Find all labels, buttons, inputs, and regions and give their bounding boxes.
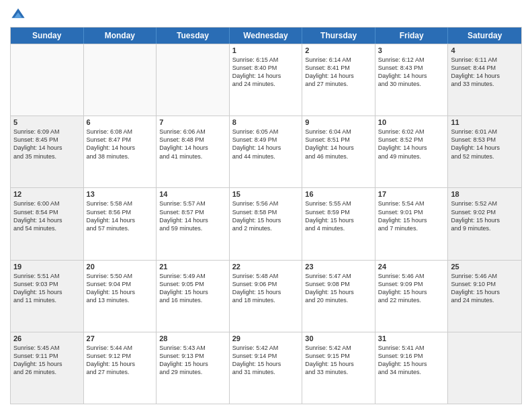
day-number: 30 — [305, 334, 372, 342]
cell-text: Sunrise: 6:11 AM Sunset: 8:44 PM Dayligh… — [451, 56, 519, 89]
day-number: 11 — [451, 118, 519, 126]
cell-text: Sunrise: 6:14 AM Sunset: 8:41 PM Dayligh… — [305, 56, 372, 89]
calendar-cell-16: 16Sunrise: 5:55 AM Sunset: 8:59 PM Dayli… — [302, 188, 375, 259]
cell-text: Sunrise: 6:05 AM Sunset: 8:49 PM Dayligh… — [232, 128, 300, 161]
logo-icon — [10, 7, 26, 23]
calendar-cell-18: 18Sunrise: 5:52 AM Sunset: 9:02 PM Dayli… — [448, 188, 521, 259]
calendar-cell-22: 22Sunrise: 5:48 AM Sunset: 9:06 PM Dayli… — [230, 261, 303, 332]
cell-text: Sunrise: 5:50 AM Sunset: 9:04 PM Dayligh… — [87, 272, 154, 305]
calendar-cell-7: 7Sunrise: 6:06 AM Sunset: 8:48 PM Daylig… — [157, 116, 230, 187]
calendar-cell-12: 12Sunrise: 6:00 AM Sunset: 8:54 PM Dayli… — [11, 188, 84, 259]
cell-text: Sunrise: 5:45 AM Sunset: 9:11 PM Dayligh… — [13, 344, 81, 377]
cell-text: Sunrise: 6:04 AM Sunset: 8:51 PM Dayligh… — [305, 128, 372, 161]
cell-text: Sunrise: 5:58 AM Sunset: 8:56 PM Dayligh… — [87, 199, 154, 232]
header-day-saturday: Saturday — [448, 28, 521, 44]
cell-text: Sunrise: 5:55 AM Sunset: 8:59 PM Dayligh… — [305, 199, 372, 232]
calendar-cell-11: 11Sunrise: 6:01 AM Sunset: 8:53 PM Dayli… — [448, 116, 521, 187]
day-number: 7 — [159, 118, 226, 126]
calendar-row-0: 1Sunrise: 6:15 AM Sunset: 8:40 PM Daylig… — [11, 44, 521, 116]
day-number: 15 — [232, 190, 300, 198]
cell-text: Sunrise: 5:44 AM Sunset: 9:12 PM Dayligh… — [87, 344, 154, 377]
day-number: 1 — [232, 46, 300, 54]
header-day-thursday: Thursday — [302, 28, 375, 44]
cell-text: Sunrise: 6:15 AM Sunset: 8:40 PM Dayligh… — [232, 56, 300, 89]
calendar-row-2: 12Sunrise: 6:00 AM Sunset: 8:54 PM Dayli… — [11, 187, 521, 259]
day-number: 8 — [232, 118, 300, 126]
header-day-monday: Monday — [84, 28, 157, 44]
calendar-cell-29: 29Sunrise: 5:42 AM Sunset: 9:14 PM Dayli… — [230, 332, 303, 404]
calendar-cell-10: 10Sunrise: 6:02 AM Sunset: 8:52 PM Dayli… — [375, 116, 449, 187]
calendar-row-1: 5Sunrise: 6:09 AM Sunset: 8:45 PM Daylig… — [11, 116, 521, 187]
cell-text: Sunrise: 5:51 AM Sunset: 9:03 PM Dayligh… — [13, 272, 81, 305]
header-day-sunday: Sunday — [11, 28, 84, 44]
calendar-cell-empty — [84, 44, 157, 116]
cell-text: Sunrise: 5:54 AM Sunset: 9:01 PM Dayligh… — [378, 199, 445, 232]
cell-text: Sunrise: 5:41 AM Sunset: 9:16 PM Dayligh… — [378, 344, 445, 377]
day-number: 21 — [159, 263, 226, 271]
calendar-cell-23: 23Sunrise: 5:47 AM Sunset: 9:08 PM Dayli… — [302, 261, 375, 332]
day-number: 29 — [232, 334, 300, 342]
calendar-cell-27: 27Sunrise: 5:44 AM Sunset: 9:12 PM Dayli… — [84, 332, 157, 404]
cell-text: Sunrise: 5:42 AM Sunset: 9:14 PM Dayligh… — [232, 344, 300, 377]
day-number: 12 — [13, 190, 81, 198]
day-number: 16 — [305, 190, 372, 198]
cell-text: Sunrise: 6:12 AM Sunset: 8:43 PM Dayligh… — [378, 56, 445, 89]
calendar-cell-4: 4Sunrise: 6:11 AM Sunset: 8:44 PM Daylig… — [448, 44, 521, 116]
calendar-cell-empty — [157, 44, 230, 116]
day-number: 5 — [13, 118, 81, 126]
day-number: 28 — [159, 334, 226, 342]
day-number: 24 — [378, 263, 445, 271]
calendar: SundayMondayTuesdayWednesdayThursdayFrid… — [10, 27, 522, 404]
calendar-cell-6: 6Sunrise: 6:08 AM Sunset: 8:47 PM Daylig… — [84, 116, 157, 187]
calendar-cell-8: 8Sunrise: 6:05 AM Sunset: 8:49 PM Daylig… — [230, 116, 303, 187]
calendar-header: SundayMondayTuesdayWednesdayThursdayFrid… — [11, 28, 521, 44]
cell-text: Sunrise: 5:48 AM Sunset: 9:06 PM Dayligh… — [232, 272, 300, 305]
day-number: 3 — [378, 46, 445, 54]
calendar-cell-2: 2Sunrise: 6:14 AM Sunset: 8:41 PM Daylig… — [302, 44, 375, 116]
calendar-cell-20: 20Sunrise: 5:50 AM Sunset: 9:04 PM Dayli… — [84, 261, 157, 332]
day-number: 25 — [451, 263, 519, 271]
calendar-cell-24: 24Sunrise: 5:46 AM Sunset: 9:09 PM Dayli… — [375, 261, 449, 332]
cell-text: Sunrise: 5:46 AM Sunset: 9:10 PM Dayligh… — [451, 272, 519, 305]
header-day-friday: Friday — [375, 28, 449, 44]
calendar-cell-13: 13Sunrise: 5:58 AM Sunset: 8:56 PM Dayli… — [84, 188, 157, 259]
calendar-row-4: 26Sunrise: 5:45 AM Sunset: 9:11 PM Dayli… — [11, 332, 521, 404]
calendar-row-3: 19Sunrise: 5:51 AM Sunset: 9:03 PM Dayli… — [11, 260, 521, 332]
day-number: 2 — [305, 46, 372, 54]
header — [10, 7, 522, 23]
header-day-wednesday: Wednesday — [230, 28, 303, 44]
day-number: 22 — [232, 263, 300, 271]
day-number: 10 — [378, 118, 445, 126]
day-number: 19 — [13, 263, 81, 271]
cell-text: Sunrise: 5:56 AM Sunset: 8:58 PM Dayligh… — [232, 199, 300, 232]
calendar-cell-14: 14Sunrise: 5:57 AM Sunset: 8:57 PM Dayli… — [157, 188, 230, 259]
calendar-cell-19: 19Sunrise: 5:51 AM Sunset: 9:03 PM Dayli… — [11, 261, 84, 332]
calendar-cell-30: 30Sunrise: 5:42 AM Sunset: 9:15 PM Dayli… — [302, 332, 375, 404]
cell-text: Sunrise: 5:42 AM Sunset: 9:15 PM Dayligh… — [305, 344, 372, 377]
cell-text: Sunrise: 5:57 AM Sunset: 8:57 PM Dayligh… — [159, 199, 226, 232]
day-number: 14 — [159, 190, 226, 198]
calendar-cell-17: 17Sunrise: 5:54 AM Sunset: 9:01 PM Dayli… — [375, 188, 449, 259]
page: SundayMondayTuesdayWednesdayThursdayFrid… — [0, 0, 532, 411]
day-number: 23 — [305, 263, 372, 271]
day-number: 31 — [378, 334, 445, 342]
cell-text: Sunrise: 6:09 AM Sunset: 8:45 PM Dayligh… — [13, 128, 81, 161]
day-number: 17 — [378, 190, 445, 198]
day-number: 4 — [451, 46, 519, 54]
cell-text: Sunrise: 5:46 AM Sunset: 9:09 PM Dayligh… — [378, 272, 445, 305]
calendar-cell-21: 21Sunrise: 5:49 AM Sunset: 9:05 PM Dayli… — [157, 261, 230, 332]
calendar-cell-empty — [11, 44, 84, 116]
calendar-cell-empty — [448, 332, 521, 404]
calendar-cell-9: 9Sunrise: 6:04 AM Sunset: 8:51 PM Daylig… — [302, 116, 375, 187]
day-number: 6 — [87, 118, 154, 126]
cell-text: Sunrise: 5:52 AM Sunset: 9:02 PM Dayligh… — [451, 199, 519, 232]
calendar-body: 1Sunrise: 6:15 AM Sunset: 8:40 PM Daylig… — [11, 44, 521, 404]
cell-text: Sunrise: 6:08 AM Sunset: 8:47 PM Dayligh… — [87, 128, 154, 161]
day-number: 26 — [13, 334, 81, 342]
cell-text: Sunrise: 6:01 AM Sunset: 8:53 PM Dayligh… — [451, 128, 519, 161]
header-day-tuesday: Tuesday — [157, 28, 230, 44]
calendar-cell-1: 1Sunrise: 6:15 AM Sunset: 8:40 PM Daylig… — [230, 44, 303, 116]
calendar-cell-31: 31Sunrise: 5:41 AM Sunset: 9:16 PM Dayli… — [375, 332, 449, 404]
calendar-cell-25: 25Sunrise: 5:46 AM Sunset: 9:10 PM Dayli… — [448, 261, 521, 332]
calendar-cell-15: 15Sunrise: 5:56 AM Sunset: 8:58 PM Dayli… — [230, 188, 303, 259]
